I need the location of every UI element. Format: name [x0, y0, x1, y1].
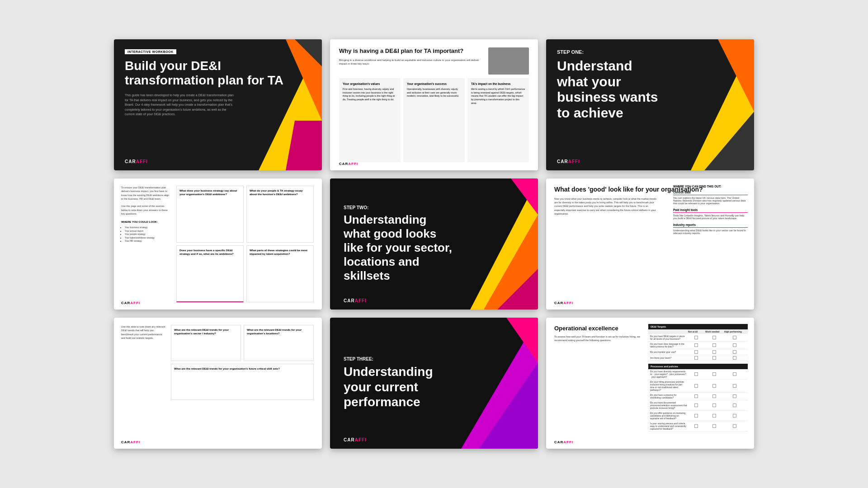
checkbox-3b	[712, 350, 716, 354]
slide-8-logo: CARAFFI	[344, 437, 367, 442]
slide-7-box-3: What are the relevant DE&I trends for yo…	[171, 364, 314, 400]
slide-2-intro: Bringing in a diverse workforce and help…	[339, 58, 484, 66]
slide-9-row-4: Are there your team?	[648, 355, 748, 361]
slide-8-decoration	[434, 318, 538, 449]
slide-9-logo: CARAFFI	[554, 440, 573, 444]
slide-6-right-panel: WHERE YOU CAN FIND THIS OUT: Census data…	[673, 185, 748, 238]
checkbox-2c	[733, 343, 736, 347]
slide-9-row-5-text: Do you have diversity requirements to: ·…	[650, 370, 687, 378]
slide-1: INTERACTIVE WORKBOOK Build your DE&I tra…	[114, 39, 322, 170]
checkbox-2a	[694, 343, 698, 347]
checkbox-4a	[694, 356, 698, 360]
slide-4-box-4: What parts of these strategies could be …	[246, 245, 314, 303]
slide-4-where-label: WHERE YOU COULD LOOK:	[121, 220, 171, 224]
checkbox-3a	[694, 350, 698, 354]
checkbox-4c	[733, 356, 736, 360]
slide-6-section-2-title: Paid insight tools	[673, 208, 748, 213]
slide-7-box-3-title: What are the relevant DE&I trends for yo…	[174, 367, 311, 371]
slide-9-row-7: Do you have a process for shortlisting c…	[648, 393, 748, 400]
slide-9-row-10: Is your scoring process and criteria eas…	[648, 421, 748, 432]
slide-4-bullets: Your business strategy Your annual repor…	[121, 226, 171, 243]
slide-4-bullet-2: Your annual report	[125, 230, 171, 233]
slides-grid: INTERACTIVE WORKBOOK Build your DE&I tra…	[100, 26, 768, 462]
slide-9-table-1: DE&I Targets Not at all Work needed High…	[648, 324, 748, 361]
slide-4-intro: To ensure your DE&I transformation plan …	[121, 186, 171, 201]
checkbox-7a	[694, 394, 698, 398]
checkbox-6a	[694, 384, 698, 388]
checkbox-8b	[712, 404, 716, 407]
slide-8: STEP THREE: Understanding your current p…	[330, 318, 538, 449]
slide-2-cards: Your organisation's values First and for…	[339, 78, 529, 162]
slide-6-section-1-text: You can explore the latest UK census dat…	[673, 197, 748, 205]
slide-7-box-1: What are the relevant DE&I trends for yo…	[171, 325, 241, 361]
checkbox-5b	[712, 372, 716, 376]
slide-6-body: Now you know what your business wants to…	[554, 197, 660, 216]
col3-label: High performing	[724, 330, 746, 333]
slide-1-decoration	[231, 39, 322, 170]
slide-6-section-3-title: Industry reports	[673, 223, 748, 228]
slide-6-section-2-text: Tools like LinkedIn Insights, Talent Neu…	[673, 214, 748, 220]
checkbox-5a	[694, 372, 698, 376]
slide-5-logo: CARAFFI	[344, 298, 367, 303]
interactive-badge: INTERACTIVE WORKBOOK	[125, 49, 176, 54]
slide-7-logo: CARAFFI	[121, 440, 140, 444]
slide-2-card-2: Your organisation's success Operationall…	[403, 78, 465, 162]
checkbox-4b	[712, 356, 716, 360]
slide-9-row-1-text: Do you have DE&I targets in place for al…	[650, 335, 687, 340]
checkbox-1b	[712, 336, 716, 339]
slide-4-box-2: What do your people & TA strategy essay …	[246, 186, 314, 243]
col1-label: Not at all	[688, 330, 705, 333]
slide-9-row-3: Do you monitor your use?	[648, 349, 748, 355]
slide-4-bullet-4: Your talent/workforce strategy	[125, 236, 171, 240]
slide-9-row-10-text: Is your scoring process and criteria eas…	[650, 422, 687, 430]
slide-4-boxes: What does your business strategy say abo…	[176, 186, 314, 302]
checkbox-8a	[694, 404, 698, 407]
checkbox-10b	[712, 424, 716, 428]
checkbox-6b	[712, 384, 716, 388]
slide-3-decoration	[659, 39, 754, 170]
slide-9-right-panel: DE&I Targets Not at all Work needed High…	[648, 324, 748, 434]
slide-6-section-3: Industry reports Understanding what DE&I…	[673, 223, 748, 235]
slide-3-title: Understand what your business wants to a…	[557, 58, 660, 121]
slide-7-box-1-title: What are the relevant DE&I trends for yo…	[174, 328, 238, 336]
checkbox-7c	[733, 394, 736, 398]
slide-9-row-9-text: Do you offer guidance on reviewing candi…	[650, 412, 687, 420]
col2-label: Work needed	[705, 330, 724, 333]
slide-9-body: To assess how well your TA team and func…	[554, 335, 641, 343]
slide-7-left-text: Use this slide to note down any relevant…	[121, 325, 166, 340]
slide-4-box-3-title: Does your business have a specific DE&I …	[179, 249, 241, 256]
slide-2-card-3-text: We're seeing a trend by which CEO perfor…	[471, 88, 525, 104]
slide-4-bullet-5: Your HR strategy	[125, 239, 171, 243]
slide-1-body: This guide has been developed to help yo…	[125, 93, 236, 117]
slide-2-card-1-text: First and foremost, having diversity, eq…	[343, 88, 395, 101]
checkbox-9b	[712, 414, 716, 418]
slide-7-box-2: What are the relevant DE&I trends for yo…	[244, 325, 314, 361]
slide-9-row-3-text: Do you monitor your use?	[650, 351, 687, 353]
slide-7-boxes: What are the relevant DE&I trends for yo…	[171, 325, 314, 441]
slide-9-table-2-header: Processes and policies	[648, 364, 748, 369]
checkbox-3c	[733, 350, 736, 354]
slide-4-logo: CARAFFI	[121, 301, 140, 305]
slide-4-bullet-1: Your business strategy	[125, 226, 171, 230]
checkbox-9c	[733, 414, 736, 418]
slide-4-body2: Use this page and some of the sources be…	[121, 204, 171, 216]
checkbox-7b	[712, 394, 716, 398]
slide-9-row-4-text: Are there your team?	[650, 357, 687, 359]
slide-4-box-4-title: What parts of these strategies could be …	[250, 249, 311, 256]
slide-6: What does 'good' look like for your orga…	[546, 178, 754, 310]
slide-6-section-1-title: Census data	[673, 191, 748, 195]
slide-2-card-3-title: TA's impact on the business	[471, 82, 525, 86]
slide-4-left: To ensure your DE&I transformation plan …	[121, 186, 171, 243]
slide-9: Operational excellence To assess how wel…	[546, 318, 754, 449]
slide-9-row-6: Do your hiring processes promote inclusi…	[648, 380, 748, 393]
slide-6-logo: CARAFFI	[554, 301, 573, 305]
slide-4-bullet-3: Your people strategy	[125, 233, 171, 236]
checkbox-8c	[733, 404, 736, 407]
slide-9-row-6-text: Do your hiring processes promote inclusi…	[650, 380, 687, 391]
slide-2-card-1-title: Your organisation's values	[343, 82, 397, 86]
checkbox-9a	[694, 414, 698, 418]
slide-9-table-2: Processes and policies Do you have diver…	[648, 364, 748, 432]
slide-7: Use this slide to note down any relevant…	[114, 318, 322, 449]
slide-9-row-2: Do you have clear language in the talent…	[648, 342, 748, 349]
slide-4-box-3: Does your business have a specific DE&I …	[176, 245, 244, 303]
